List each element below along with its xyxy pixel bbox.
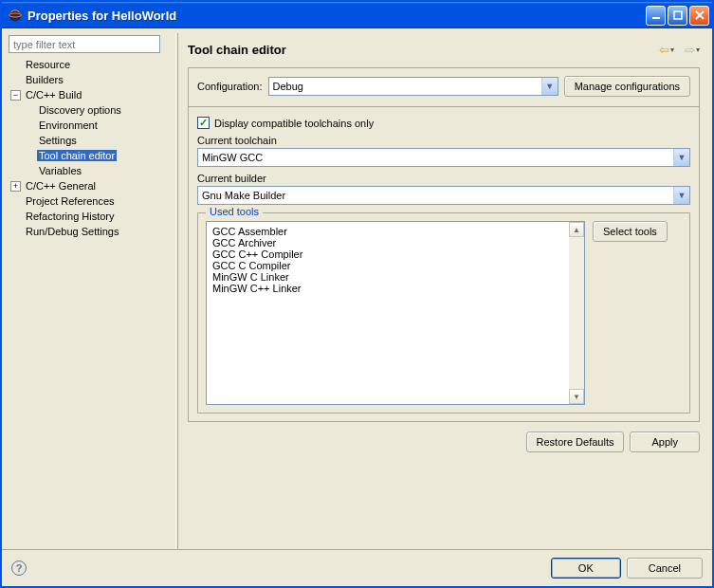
tree-environment[interactable]: Environment (37, 119, 100, 131)
tree-toolchain-editor[interactable]: Tool chain editor (37, 150, 117, 161)
svg-point-0 (9, 9, 22, 22)
toolchain-value: MinGW GCC (202, 152, 263, 163)
used-tools-list[interactable]: GCC Assembler GCC Archiver GCC C++ Compi… (206, 221, 585, 405)
list-item[interactable]: GCC Assembler (212, 226, 578, 237)
toolchain-combo[interactable]: MinGW GCC ▼ (197, 148, 690, 167)
list-item[interactable]: MinGW C Linker (212, 271, 578, 283)
expand-icon[interactable]: − (10, 90, 21, 101)
restore-defaults-button[interactable]: Restore Defaults (526, 432, 625, 452)
right-panel: Tool chain editor ⇦▾ ⇨▾ Configuration: D… (178, 33, 707, 549)
configuration-row: Configuration: Debug ▼ Manage configurat… (197, 76, 690, 97)
configuration-combo[interactable]: Debug ▼ (268, 77, 558, 96)
scroll-down-icon[interactable]: ▼ (569, 389, 584, 404)
cancel-button[interactable]: Cancel (627, 558, 703, 579)
property-tree[interactable]: Resource Builders −C/C++ Build Discovery… (9, 57, 175, 549)
builder-value: Gnu Make Builder (202, 190, 285, 201)
help-icon[interactable]: ? (11, 560, 27, 576)
back-icon[interactable]: ⇦ (656, 42, 671, 57)
configuration-value: Debug (273, 81, 303, 92)
content-group: Configuration: Debug ▼ Manage configurat… (188, 67, 700, 422)
dialog-footer: ? OK Cancel (2, 549, 712, 586)
chevron-down-icon: ▼ (541, 78, 558, 95)
list-item[interactable]: GCC Archiver (212, 237, 578, 248)
compat-label: Display compatible toolchains only (214, 118, 374, 129)
manage-configurations-button[interactable]: Manage configurations (564, 76, 690, 97)
list-item[interactable]: MinGW C++ Linker (212, 283, 578, 294)
scroll-up-icon[interactable]: ▲ (569, 222, 584, 237)
forward-icon: ⇨ (682, 42, 697, 57)
used-tools-legend: Used tools (206, 206, 263, 217)
tree-ccpp-build[interactable]: C/C++ Build (24, 89, 83, 101)
ok-button[interactable]: OK (551, 558, 621, 579)
back-dropdown-icon[interactable]: ▾ (670, 46, 674, 54)
tree-rundebug[interactable]: Run/Debug Settings (24, 226, 120, 237)
builder-label: Current builder (197, 173, 690, 184)
tree-settings[interactable]: Settings (37, 135, 79, 146)
dialog-body: Resource Builders −C/C++ Build Discovery… (2, 28, 712, 586)
select-tools-button[interactable]: Select tools (593, 221, 668, 242)
main-split: Resource Builders −C/C++ Build Discovery… (2, 28, 712, 549)
titlebar[interactable]: Properties for HelloWorld (2, 2, 712, 28)
tree-builders[interactable]: Builders (24, 74, 65, 85)
svg-rect-3 (674, 11, 682, 19)
builder-combo[interactable]: Gnu Make Builder ▼ (197, 186, 690, 205)
left-panel: Resource Builders −C/C++ Build Discovery… (7, 33, 175, 549)
chevron-down-icon: ▼ (673, 149, 689, 166)
tree-refactoring[interactable]: Refactoring History (24, 211, 117, 222)
close-button[interactable] (689, 6, 709, 26)
tree-variables[interactable]: Variables (37, 165, 83, 176)
fwd-dropdown-icon: ▾ (696, 46, 700, 54)
window-title: Properties for HelloWorld (27, 9, 646, 23)
apply-button[interactable]: Apply (630, 432, 700, 452)
configuration-label: Configuration: (197, 81, 263, 92)
properties-dialog: Properties for HelloWorld Resource Build… (0, 0, 714, 588)
minimize-button[interactable] (646, 6, 666, 26)
page-header: Tool chain editor ⇦▾ ⇨▾ (188, 33, 700, 65)
page-title: Tool chain editor (188, 43, 656, 57)
used-tools-fieldset: Used tools GCC Assembler GCC Archiver GC… (197, 212, 690, 413)
filter-input[interactable] (9, 35, 160, 53)
maximize-button[interactable] (668, 6, 687, 26)
svg-rect-2 (652, 17, 660, 19)
tree-ccpp-general[interactable]: C/C++ General (24, 180, 98, 192)
toolchain-label: Current toolchain (197, 135, 690, 146)
chevron-down-icon: ▼ (673, 187, 689, 204)
tree-project-refs[interactable]: Project References (24, 195, 117, 207)
scrollbar[interactable]: ▲ ▼ (569, 222, 584, 404)
tree-discovery[interactable]: Discovery options (37, 104, 123, 116)
list-item[interactable]: GCC C++ Compiler (212, 248, 578, 260)
compat-checkbox[interactable]: ✓ (197, 117, 210, 129)
eclipse-icon (8, 8, 23, 23)
page-buttons: Restore Defaults Apply (188, 432, 700, 452)
expand-icon[interactable]: + (10, 181, 21, 192)
window-controls (646, 6, 709, 26)
compat-row: ✓ Display compatible toolchains only (197, 117, 690, 129)
list-item[interactable]: GCC C Compiler (212, 260, 578, 271)
tree-resource[interactable]: Resource (24, 59, 72, 70)
